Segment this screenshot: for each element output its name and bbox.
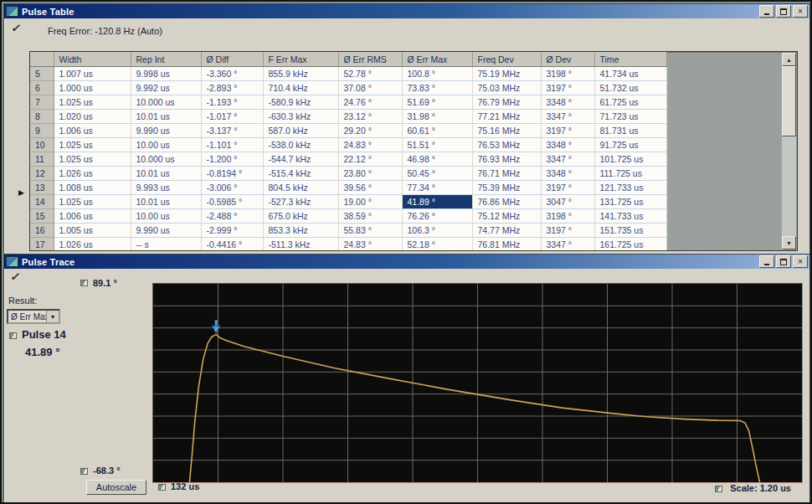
f-err-max-cell[interactable]: 587.0 kHz [263, 124, 338, 138]
width-cell[interactable]: 1.000 us [54, 81, 131, 95]
phase-err-max-cell[interactable]: 100.8 ° [402, 67, 472, 81]
minimize-button[interactable] [759, 255, 774, 268]
phase-err-max-cell[interactable]: 106.3 ° [402, 224, 472, 238]
table-row[interactable]: 6 1.000 us 9.992 us -2.893 ° 710.4 kHz 3… [30, 81, 666, 95]
column-header[interactable]: Ø Err RMS [338, 52, 402, 67]
scroll-up-button[interactable]: ▲ [782, 53, 796, 66]
time-cell[interactable]: 61.725 us [594, 95, 666, 110]
row-number-cell[interactable]: 5 [30, 67, 54, 81]
table-row[interactable]: 7 1.025 us 10.000 us -1.193 ° -580.9 kHz… [30, 95, 666, 110]
freq-dev-cell[interactable]: 76.86 MHz [472, 195, 541, 209]
f-err-max-cell[interactable]: -527.3 kHz [263, 195, 338, 209]
phase-dev-cell[interactable]: 3347 ° [541, 238, 594, 252]
pulse-table-titlebar[interactable]: Pulse Table × [4, 4, 809, 18]
f-err-max-cell[interactable]: 675.0 kHz [263, 209, 338, 224]
table-row[interactable]: 15 1.006 us 10.00 us -2.488 ° 675.0 kHz … [30, 209, 666, 224]
freq-dev-cell[interactable]: 75.12 MHz [472, 209, 541, 224]
column-header[interactable]: Freq Dev [472, 52, 541, 67]
phase-err-max-cell[interactable]: 31.98 ° [402, 110, 472, 124]
column-header[interactable]: Ø Dev [541, 52, 594, 67]
f-err-max-cell[interactable]: 853.3 kHz [263, 224, 338, 238]
row-number-cell[interactable]: 14 [30, 195, 54, 209]
row-number-cell[interactable]: 12 [30, 167, 54, 181]
row-number-cell[interactable]: 9 [30, 124, 54, 138]
time-cell[interactable]: 161.725 us [594, 238, 666, 252]
phase-err-max-cell[interactable]: 46.98 ° [402, 152, 472, 167]
rep-int-cell[interactable]: 9.990 us [131, 224, 201, 238]
rep-int-cell[interactable]: 10.000 us [131, 152, 201, 167]
time-cell[interactable]: 131.725 us [594, 195, 666, 209]
f-err-max-cell[interactable]: 855.9 kHz [263, 67, 338, 81]
phase-dev-cell[interactable]: 3197 ° [541, 81, 594, 95]
phase-err-rms-cell[interactable]: 55.83 ° [338, 224, 402, 238]
scrollbar-thumb[interactable] [782, 66, 796, 136]
phase-err-rms-cell[interactable]: 19.00 ° [338, 195, 402, 209]
trace-enable-checkmark-icon[interactable]: ✓ [10, 270, 19, 283]
phase-err-rms-cell[interactable]: 24.76 ° [338, 95, 402, 110]
width-cell[interactable]: 1.020 us [54, 110, 131, 124]
phase-err-max-cell[interactable]: 52.18 ° [402, 238, 472, 252]
phase-err-max-cell[interactable]: 76.26 ° [402, 209, 472, 224]
phase-err-rms-cell[interactable]: 52.78 ° [338, 67, 402, 81]
table-scrollbar[interactable]: ▲ ▼ [782, 53, 796, 249]
f-err-max-cell[interactable]: 710.4 kHz [263, 81, 338, 95]
column-header[interactable]: F Err Max [263, 52, 338, 67]
width-cell[interactable]: 1.008 us [54, 181, 131, 195]
width-cell[interactable]: 1.025 us [54, 195, 131, 209]
phase-diff-cell[interactable]: -2.893 ° [201, 81, 263, 95]
width-cell[interactable]: 1.005 us [54, 224, 131, 238]
row-number-cell[interactable]: 7 [30, 95, 54, 110]
width-cell[interactable]: 1.006 us [54, 124, 131, 138]
rep-int-cell[interactable]: 10.00 us [131, 138, 201, 152]
table-row[interactable]: 13 1.008 us 9.993 us -3.006 ° 804.5 kHz … [30, 181, 666, 195]
phase-diff-cell[interactable]: -1.017 ° [201, 110, 263, 124]
phase-diff-cell[interactable]: -2.999 ° [201, 224, 263, 238]
table-row[interactable]: 11 1.025 us 10.000 us -1.200 ° -544.7 kH… [30, 152, 666, 167]
phase-err-rms-cell[interactable]: 23.80 ° [338, 167, 402, 181]
pulse-trace-titlebar[interactable]: Pulse Trace × [4, 255, 809, 269]
phase-diff-cell[interactable]: -2.488 ° [201, 209, 263, 224]
phase-dev-cell[interactable]: 3197 ° [541, 224, 594, 238]
rep-int-cell[interactable]: 9.990 us [131, 124, 201, 138]
freq-dev-cell[interactable]: 74.77 MHz [472, 224, 541, 238]
trace-plot[interactable] [152, 283, 803, 483]
phase-dev-cell[interactable]: 3197 ° [541, 124, 594, 138]
freq-dev-cell[interactable]: 76.93 MHz [472, 152, 541, 167]
phase-err-max-cell[interactable]: 73.83 ° [402, 81, 472, 95]
phase-diff-cell[interactable]: -1.101 ° [201, 138, 263, 152]
table-row[interactable]: 17 1.026 us -- s -0.4416 ° -511.3 kHz 24… [30, 238, 666, 252]
freq-dev-cell[interactable]: 75.19 MHz [472, 67, 541, 81]
column-header[interactable] [30, 52, 54, 67]
phase-err-rms-cell[interactable]: 22.12 ° [338, 152, 402, 167]
rep-int-cell[interactable]: 10.000 us [131, 95, 201, 110]
f-err-max-cell[interactable]: -580.9 kHz [263, 95, 338, 110]
phase-err-max-cell[interactable]: 41.89 ° [402, 195, 472, 209]
freq-dev-cell[interactable]: 76.53 MHz [472, 138, 541, 152]
restore-button[interactable] [776, 5, 791, 18]
phase-diff-cell[interactable]: -3.006 ° [201, 181, 263, 195]
table-row[interactable]: 16 1.005 us 9.990 us -2.999 ° 853.3 kHz … [30, 224, 666, 238]
x-marker-icon[interactable] [158, 484, 166, 491]
phase-diff-cell[interactable]: -1.193 ° [201, 95, 263, 110]
width-cell[interactable]: 1.006 us [54, 209, 131, 224]
freq-dev-cell[interactable]: 75.16 MHz [472, 124, 541, 138]
freq-dev-cell[interactable]: 76.71 MHz [472, 167, 541, 181]
phase-diff-cell[interactable]: -0.5985 ° [201, 195, 263, 209]
phase-dev-cell[interactable]: 3198 ° [541, 209, 594, 224]
phase-dev-cell[interactable]: 3348 ° [541, 95, 594, 110]
time-cell[interactable]: 111.725 us [594, 167, 666, 181]
freq-dev-cell[interactable]: 75.03 MHz [472, 81, 541, 95]
phase-dev-cell[interactable]: 3197 ° [541, 181, 594, 195]
row-number-cell[interactable]: 16 [30, 224, 54, 238]
table-row[interactable]: 12 1.026 us 10.01 us -0.8194 ° -515.4 kH… [30, 167, 666, 181]
phase-err-rms-cell[interactable]: 24.83 ° [338, 138, 402, 152]
phase-err-rms-cell[interactable]: 24.83 ° [338, 238, 402, 252]
rep-int-cell[interactable]: 9.992 us [131, 81, 201, 95]
rep-int-cell[interactable]: -- s [131, 238, 201, 252]
phase-dev-cell[interactable]: 3348 ° [541, 138, 594, 152]
rep-int-cell[interactable]: 10.01 us [131, 167, 201, 181]
width-cell[interactable]: 1.026 us [54, 167, 131, 181]
scale-marker-icon[interactable] [715, 486, 722, 492]
row-number-cell[interactable]: 10 [30, 138, 54, 152]
row-number-cell[interactable]: 13 [30, 181, 54, 195]
